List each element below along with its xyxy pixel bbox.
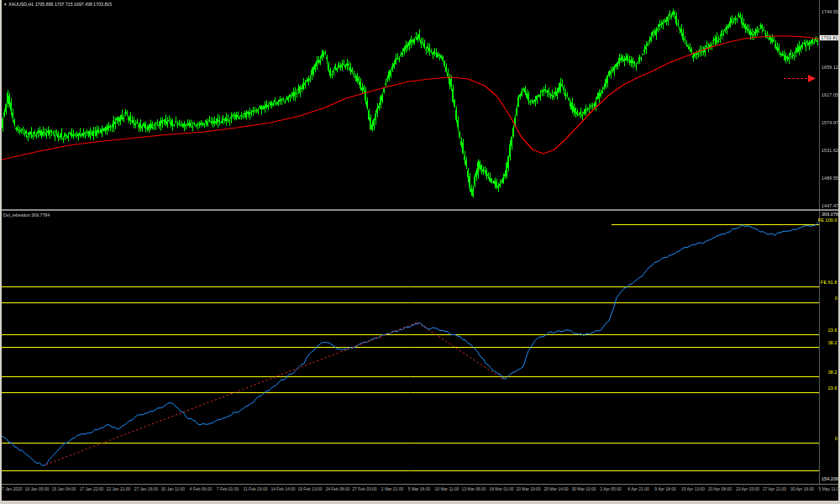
- current-price-tag: 1703.815: [820, 35, 840, 40]
- price-axis-label: 1447.475: [822, 203, 840, 208]
- time-axis-label: 9 Apr 18:00: [655, 487, 676, 492]
- time-axis-label: 5 May 11:00: [818, 487, 840, 492]
- chart-title-overlay: ▼XAUUSD,H1 1705.895 1707.715 1697.438 17…: [3, 2, 112, 7]
- time-axis-label: 6 Apr 21:00: [627, 487, 648, 492]
- time-axis-label: 4 Feb 06:00: [190, 487, 212, 492]
- indicator-scale-min: 154.2088: [822, 476, 840, 481]
- time-axis-label: 27 Apr 21:00: [763, 487, 786, 492]
- time-axis-label: 15 Jan 04:00: [52, 487, 76, 492]
- time-axis-line: [0, 484, 838, 485]
- price-axis-label: 1659.125: [822, 65, 840, 70]
- window-left-edge: [0, 0, 2, 504]
- time-axis-label: 23 Apr 03:00: [736, 487, 759, 492]
- time-axis-label: 10 Jan 05:00: [24, 487, 49, 492]
- time-axis-label: 20 Apr 08:00: [708, 487, 732, 492]
- time-axis-label: 24 Feb 08:00: [325, 487, 349, 492]
- chart-canvas[interactable]: [2, 0, 819, 484]
- window-bottom-edge: [0, 501, 840, 504]
- time-axis-label: 5 Mar 16:00: [408, 487, 430, 492]
- time-axis-label: 15 Apr 13:00: [681, 487, 705, 492]
- price-axis-label: 1617.050: [822, 92, 840, 97]
- time-axis-label: 14 Feb 14:00: [270, 487, 295, 492]
- time-axis-label: 11 Feb 19:00: [244, 487, 268, 492]
- time-axis-label: 25 Mar 14:00: [543, 487, 568, 492]
- time-axis-label: 13 Mar 06:00: [462, 487, 486, 492]
- price-scale-separator: [819, 0, 820, 484]
- time-axis-label: 27 Jan 16:00: [134, 487, 158, 492]
- indicator-label: Dvl_rebestion 369.7784: [3, 213, 50, 218]
- fib-level-label: 23.6: [828, 328, 837, 333]
- time-axis-label: 22 Jan 21:00: [107, 487, 131, 492]
- chart-title-text: XAUUSD,H1 1705.895 1707.715 1697.438 170…: [8, 2, 112, 7]
- price-axis-label: 1574.975: [822, 120, 840, 125]
- time-axis-label: 18 Mar 01:00: [489, 487, 513, 492]
- time-axis-label: 27 Feb 03:00: [353, 487, 377, 492]
- time-axis-label: 30 Jan 11:00: [161, 487, 185, 492]
- mt4-chart-window: ▼XAUUSD,H1 1705.895 1707.715 1697.438 17…: [0, 0, 840, 504]
- time-axis-label: 7 Jan 2020: [2, 487, 23, 492]
- fib-level-label: 0: [835, 436, 837, 441]
- time-axis-label: 17 Jan 22:00: [79, 487, 103, 492]
- fib-level-label: FE 100.0: [818, 218, 837, 223]
- time-axis-label: 20 Mar 19:00: [517, 487, 541, 492]
- panel-divider[interactable]: [0, 209, 838, 211]
- price-axis-label: 1531.625: [822, 148, 840, 153]
- chart-window-icon: ▼: [3, 3, 8, 7]
- time-axis-label: 2 Mar 21:00: [381, 487, 402, 492]
- fib-level-label: 38.2: [828, 340, 837, 345]
- fib-level-label: 0: [835, 296, 837, 301]
- time-axis-label: 2 Apr 05:00: [600, 487, 621, 492]
- fib-level-label: 38.2: [828, 370, 837, 375]
- time-axis-label: 30 Apr 16:00: [790, 487, 814, 492]
- fib-level-label: 23.6: [828, 386, 837, 391]
- price-axis-label: 1744.550: [822, 9, 840, 14]
- time-axis-label: 7 Feb 01:00: [217, 487, 239, 492]
- time-axis-label: 19 Feb 13:00: [297, 487, 322, 492]
- price-axis-label: 1489.550: [822, 176, 840, 181]
- time-axis-label: 10 Mar 11:00: [434, 487, 459, 492]
- time-axis-label: 30 Mar 10:00: [571, 487, 596, 492]
- fib-level-label: FE 61.8: [821, 280, 837, 285]
- indicator-scale-max: 369.0786: [822, 212, 840, 217]
